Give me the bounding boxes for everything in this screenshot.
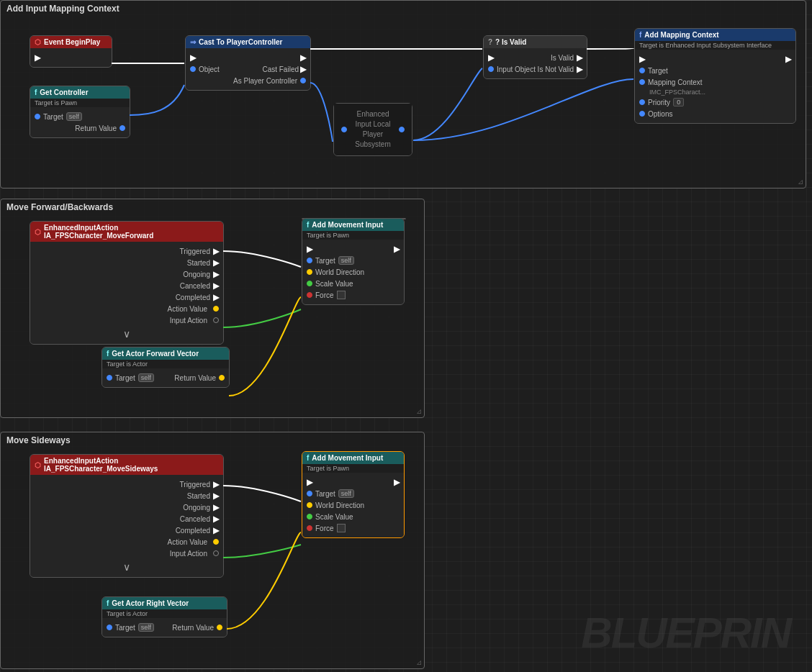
ami1-header: f Add Movement Input [302,219,404,231]
amc-exec-row: ▶ ▶ [639,54,791,64]
gafv-target: Target self Return Value [107,373,225,383]
ef-input-action: Input Action [35,315,219,325]
garv-target: Target self Return Value [107,622,222,632]
amc-options-pin [639,111,645,117]
es-input-action: Input Action [35,548,219,558]
node-is-valid[interactable]: ? ? Is Valid ▶ Is Valid ▶ Input Object I… [483,35,587,79]
question-icon: ? [488,38,492,46]
ef-ongoing-arrow: ▶ [213,270,219,279]
ami1-force-pin [307,292,312,298]
ami2-world-dir: World Direction [307,500,400,510]
es-triggered-arrow: ▶ [213,480,219,489]
node-cast-to-player-controller[interactable]: ⇒ Cast To PlayerController ▶ ▶ Object Ca… [185,35,311,91]
panel3-resize[interactable]: ⊿ [416,658,422,666]
ami1-world-dir: World Direction [307,267,400,277]
amc-header: f Add Mapping Context [635,29,795,41]
ami2-force: Force [307,523,400,533]
amc-func-icon: f [639,31,641,39]
es-expand[interactable]: ∨ [35,560,219,574]
gc-target-row: Target self [35,112,125,122]
amc-imc-label: IMC_FPSCharact... [639,88,791,96]
ami2-self: self [338,489,354,498]
event-begin-play-header: ⬡ Event BeginPlay [30,36,112,48]
ami2-scale-pin [307,514,312,519]
ami2-target-pin [307,491,312,496]
ef-header: ⬡ EnhancedInputAction IA_FPSCharacter_Mo… [30,222,223,242]
panel-add-input-mapping-context: Add Input Mapping Context ⬡ Event BeginP… [0,0,806,189]
node-get-controller[interactable]: f Get Controller Target is Pawn Target s… [30,86,130,138]
ami1-force-checkbox[interactable] [337,291,346,299]
garv-body: Target self Return Value [102,618,227,637]
func-icon: f [35,88,37,96]
es-completed-arrow: ▶ [213,526,219,535]
iv-exec-in: ▶ [488,53,494,63]
get-controller-body: Target self Return Value [30,107,130,137]
ami1-scale: Scale Value [307,278,400,289]
iv-input-pin [488,66,494,72]
node-enhanced-forward[interactable]: ⬡ EnhancedInputAction IA_FPSCharacter_Mo… [30,221,224,345]
es-ongoing: ▶ Ongoing [35,502,219,512]
amc-priority-row: Priority 0 [639,97,791,107]
panel-move-forward: Move Forward/Backwards ⬡ EnhancedInputAc… [0,199,425,418]
iv-exec-row: ▶ Is Valid ▶ [488,53,582,63]
node-get-actor-forward-vector[interactable]: f Get Actor Forward Vector Target is Act… [102,347,230,388]
panel-move-sideways: Move Sideways ⬡ EnhancedInputAction IA_F… [0,432,425,669]
panel2-resize[interactable]: ⊿ [416,407,422,415]
ami2-subtitle: Target is Pawn [302,464,404,473]
iv-input-row: Input Object Is Not Valid ▶ [488,64,582,74]
exec-out-arrow: ▶ [35,53,40,63]
es-action-value: Action Value [35,537,219,547]
ef-expand[interactable]: ∨ [35,327,219,341]
ami2-scale: Scale Value [307,512,400,522]
es-header: ⬡ EnhancedInputAction IA_FPSCharacter_Mo… [30,455,223,475]
ami2-body: ▶ ▶ Target self World Direction Scale Va… [302,473,404,537]
ami2-exec-in: ▶ [307,478,312,487]
node-get-actor-right-vector[interactable]: f Get Actor Right Vector Target is Actor… [102,596,227,637]
panel1-title: Add Input Mapping Context [1,1,806,17]
es-body: ▶ Triggered ▶ Started ▶ Ongoing ▶ Cancel… [30,475,223,577]
node-add-mapping-context[interactable]: f Add Mapping Context Target is Enhanced… [634,28,796,124]
cast-icon: ⇒ [190,38,196,46]
gafv-target-pin [107,375,112,381]
gc-self-badge: self [66,112,82,121]
amc-exec-in: ▶ [639,55,645,64]
es-input-action-pin [213,550,219,556]
ef-input-action-pin [213,317,219,323]
garv-self: self [138,623,154,632]
ami1-subtitle: Target is Pawn [302,231,404,240]
amc-priority-val: 0 [673,98,684,106]
garv-header: f Get Actor Right Vector [102,597,227,609]
ef-body: ▶ Triggered ▶ Started ▶ Ongoing ▶ Cancel… [30,242,223,344]
ami2-force-checkbox[interactable] [337,524,346,532]
ef-triggered-arrow: ▶ [213,247,219,256]
panel1-resize[interactable]: ⊿ [798,178,803,186]
ami1-exec-out: ▶ [394,245,400,254]
amc-subtitle: Target is Enhanced Input Subsystem Inter… [635,41,795,50]
gafv-func-icon: f [107,350,109,358]
ami2-header: f Add Movement Input [302,452,404,464]
node-event-begin-play[interactable]: ⬡ Event BeginPlay ▶ [30,35,112,68]
ami2-world-pin [307,502,312,508]
gafv-self: self [138,373,154,382]
garv-target-pin [107,625,112,630]
node-ami1[interactable]: f Add Movement Input Target is Pawn ▶ ▶ … [302,218,405,305]
panel3-title: Move Sideways [1,432,424,448]
begin-play-exec-row: ▶ [35,53,107,63]
ami1-scale-pin [307,281,312,286]
node-ami2[interactable]: f Add Movement Input Target is Pawn ▶ ▶ … [302,451,405,538]
ami2-target: Target self [307,489,400,499]
ami2-exec-row: ▶ ▶ [307,477,400,487]
es-ongoing-arrow: ▶ [213,503,219,512]
node-enhanced-sideways[interactable]: ⬡ EnhancedInputAction IA_FPSCharacter_Mo… [30,454,224,578]
cast-as-row: As Player Controller [190,76,306,86]
ef-completed-arrow: ▶ [213,293,219,302]
cast-exec-in-arrow: ▶ [190,53,196,63]
iv-not-valid-out: ▶ [577,65,582,74]
garv-return-pin [217,625,222,630]
node-enhanced-input-subsystem[interactable]: EnhancedInput LocalPlayerSubsystem [333,103,412,156]
event-icon: ⬡ [35,38,41,46]
gafv-return-pin [219,375,225,381]
cast-object-pin [190,66,196,72]
gafv-subtitle: Target is Actor [102,360,229,368]
amc-exec-out: ▶ [785,55,791,64]
